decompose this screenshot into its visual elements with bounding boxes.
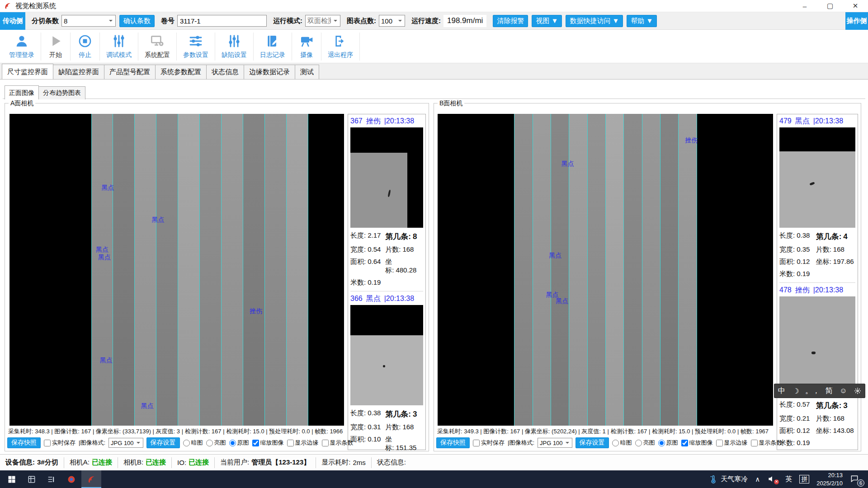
save-settings-button[interactable]: 保存设置	[146, 437, 180, 448]
ime-width-mode-icon[interactable]: ☽	[791, 387, 801, 395]
checkbox[interactable]	[751, 440, 758, 446]
radio[interactable]	[183, 440, 190, 446]
roll-number-input[interactable]	[177, 15, 267, 27]
save-settings-button[interactable]: 保存设置	[576, 437, 609, 448]
material-strip	[113, 114, 134, 426]
bright-image-radio[interactable]: 亮图	[206, 439, 226, 447]
close-button[interactable]: ✕	[843, 0, 868, 12]
original-image-radio[interactable]: 原图	[229, 439, 249, 447]
original-image-radio[interactable]: 原图	[658, 439, 678, 447]
help-menu-button[interactable]: 帮助 ▼	[627, 15, 657, 27]
chart-points-select[interactable]: 100	[379, 15, 405, 27]
ime-settings-gear-icon[interactable]	[853, 387, 863, 394]
hidden-icons-chevron[interactable]: ∧	[755, 475, 760, 483]
checkbox[interactable]	[473, 440, 480, 446]
defect-item[interactable]: 367挫伤|20:13:38 长度:2.17第几条:8宽度:0.54片数:168…	[350, 117, 423, 287]
zoom-image-checkbox[interactable]: 缩放图像	[681, 439, 713, 447]
camera-a-group: A面相机 黑点黑点黑点黑点挫伤黑点黑点 367挫伤|20:13:38 长度:2.…	[5, 103, 429, 451]
image-format-select[interactable]: JPG 100	[538, 438, 572, 448]
status-info: 状态信息:	[372, 457, 411, 468]
checkbox[interactable]	[252, 440, 259, 446]
realtime-save-checkbox[interactable]: 实时保存	[473, 439, 505, 447]
show-strips-checkbox[interactable]: 显示条数	[322, 439, 354, 447]
checkbox[interactable]	[322, 440, 329, 446]
toolbar-sliders-v2-button[interactable]: 缺陷设置	[215, 33, 254, 61]
taskbar-windows-start-icon[interactable]	[2, 470, 22, 488]
taskbar-red-app-icon[interactable]	[61, 470, 81, 488]
main-tab-4[interactable]: 状态信息	[206, 65, 244, 79]
stat-value: 0.10	[368, 435, 381, 443]
weather-text: 天气寒冷	[721, 475, 748, 483]
realtime-save-checkbox[interactable]: 实时保存	[44, 439, 75, 447]
bright-image-radio[interactable]: 亮图	[635, 439, 655, 447]
main-tab-1[interactable]: 缺陷监控界面	[53, 65, 104, 79]
toolbar-stop-button[interactable]: 停止	[71, 33, 100, 61]
slit-count-select[interactable]: 8	[61, 15, 116, 27]
maximize-button[interactable]: ▢	[817, 0, 843, 12]
ime-punctuation[interactable]: 。，	[805, 386, 820, 396]
save-snapshot-button[interactable]: 保存快照	[7, 437, 41, 448]
language-indicator[interactable]: 英	[785, 475, 792, 483]
dark-image-radio[interactable]: 暗图	[183, 439, 203, 447]
main-tab-0[interactable]: 尺寸监控界面	[2, 64, 53, 79]
material-strip	[199, 114, 221, 426]
defect-time: |20:13:38	[813, 286, 843, 294]
radio[interactable]	[635, 440, 642, 446]
ime-indicator[interactable]: 拼	[799, 475, 809, 483]
minimize-button[interactable]: –	[792, 0, 817, 12]
show-edges-checkbox[interactable]: 显示边缘	[287, 439, 319, 447]
checkbox[interactable]	[287, 440, 294, 446]
taskbar-vision-app-icon[interactable]	[81, 470, 101, 488]
ime-simplified[interactable]: 简	[824, 386, 834, 396]
ime-lang-chinese[interactable]: 中	[777, 386, 787, 396]
view-menu-button[interactable]: 视图 ▼	[532, 15, 562, 27]
toolbar-monitor-gear-button[interactable]: 系统配置	[138, 33, 177, 61]
radio[interactable]	[658, 440, 665, 446]
checkbox[interactable]	[681, 440, 688, 446]
toolbar-log-book-button[interactable]: 日志记录	[254, 33, 292, 61]
sub-tab-1[interactable]: 分布趋势图表	[38, 86, 85, 99]
main-tab-3[interactable]: 系统参数配置	[155, 65, 207, 79]
clear-alarm-button[interactable]: 清除报警	[493, 15, 528, 27]
transmission-side-button[interactable]: 传动侧	[0, 12, 25, 30]
defect-item[interactable]: 479黑点|20:13:38 长度:0.38第几条:4宽度:0.35片数:168…	[779, 117, 855, 278]
radio[interactable]	[612, 440, 619, 446]
dark-image-label: 暗图	[191, 439, 203, 447]
toolbar-exit-button[interactable]: 退出程序	[321, 33, 360, 61]
main-tab-2[interactable]: 产品型号配置	[104, 65, 156, 79]
taskbar-task-grid-icon[interactable]	[22, 470, 42, 488]
show-edges-checkbox[interactable]: 显示边缘	[716, 439, 748, 447]
taskbar-task-list-icon[interactable]	[42, 470, 61, 488]
toolbar-sliders-v-button[interactable]: 调试模式	[100, 33, 138, 61]
data-quick-access-menu-button[interactable]: 数据快捷访问 ▼	[566, 15, 623, 27]
operation-side-button[interactable]: 操作侧	[845, 12, 868, 30]
save-snapshot-button[interactable]: 保存快照	[436, 437, 470, 448]
taskbar-clock[interactable]: 20:13 2025/2/10	[816, 471, 843, 487]
toolbar-camera-button[interactable]: 摄像	[292, 33, 321, 61]
sub-tab-0[interactable]: 正面图像	[5, 85, 39, 99]
defect-item[interactable]: 366黑点|20:13:38 长度:0.38第几条:3宽度:0.31片数:168…	[350, 291, 423, 465]
run-mode-select[interactable]: 双面检测	[305, 15, 340, 27]
defect-item[interactable]: 478挫伤|20:13:38 长度:0.57第几条:3宽度:0.21片数:168…	[779, 282, 855, 447]
show-strips-checkbox[interactable]: 显示条数	[751, 439, 783, 447]
toolbar-sliders-h-button[interactable]: 参数设置	[177, 33, 215, 61]
radio[interactable]	[229, 440, 236, 446]
speaker-muted-icon[interactable]: ✕	[767, 474, 778, 484]
zoom-image-checkbox[interactable]: 缩放图像	[252, 439, 284, 447]
main-tab-6[interactable]: 测试	[295, 65, 319, 79]
checkbox[interactable]	[716, 440, 723, 446]
chart-points-label: 图表点数:	[347, 17, 376, 25]
action-center-icon[interactable]: 6	[850, 474, 862, 485]
main-tab-5[interactable]: 边缘数据记录	[244, 65, 295, 79]
zoom-image-label: 缩放图像	[260, 439, 284, 447]
ime-emoji-icon[interactable]: ☺	[838, 387, 848, 395]
checkbox[interactable]	[44, 440, 51, 446]
thumbnail-material	[779, 296, 855, 397]
dark-image-radio[interactable]: 暗图	[612, 439, 632, 447]
radio[interactable]	[206, 440, 213, 446]
confirm-count-button[interactable]: 确认条数	[119, 15, 155, 27]
toolbar-user-button[interactable]: 管理登录	[3, 33, 41, 61]
toolbar-play-button[interactable]: 开始	[41, 33, 71, 61]
weather-widget[interactable]: 天气寒冷	[709, 475, 748, 484]
image-format-select[interactable]: JPG 100	[108, 438, 143, 448]
